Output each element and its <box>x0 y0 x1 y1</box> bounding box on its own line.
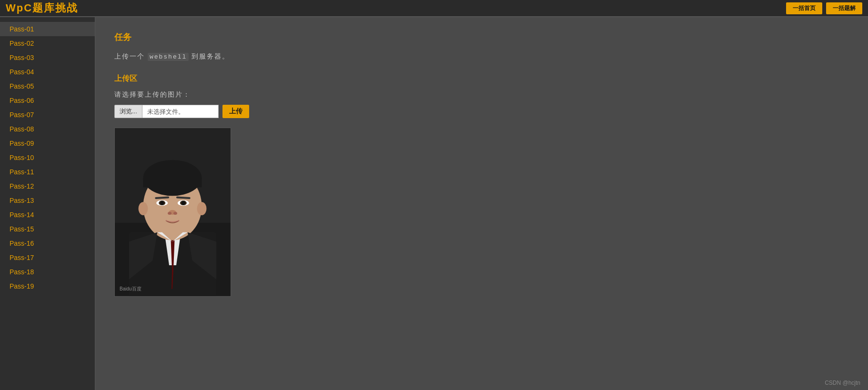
main-layout: Pass-01Pass-02Pass-03Pass-04Pass-05Pass-… <box>0 17 868 390</box>
upload-controls: 浏览... 未选择文件。 上传 <box>114 105 849 118</box>
svg-rect-9 <box>143 178 202 188</box>
task-desc-prefix: 上传一个 <box>114 52 148 60</box>
sidebar-item-pass-06[interactable]: Pass-06 <box>0 93 95 108</box>
sidebar-item-pass-07[interactable]: Pass-07 <box>0 108 95 122</box>
sidebar-item-pass-12[interactable]: Pass-12 <box>0 179 95 193</box>
task-code: webshell <box>148 53 189 61</box>
sidebar-item-pass-11[interactable]: Pass-11 <box>0 165 95 179</box>
sidebar-item-pass-01[interactable]: Pass-01 <box>0 22 95 36</box>
sidebar-item-pass-17[interactable]: Pass-17 <box>0 250 95 265</box>
svg-point-8 <box>143 160 202 196</box>
upload-section-title: 上传区 <box>114 74 849 84</box>
sidebar-item-pass-15[interactable]: Pass-15 <box>0 222 95 236</box>
header-logo: WpC题库挑战 <box>6 1 78 15</box>
sidebar-item-pass-19[interactable]: Pass-19 <box>0 279 95 293</box>
header-buttons: 一括首页 一括题解 <box>786 2 862 14</box>
file-name-display: 未选择文件。 <box>142 105 219 118</box>
portrait-svg <box>115 128 231 296</box>
sidebar-item-pass-18[interactable]: Pass-18 <box>0 265 95 279</box>
svg-point-16 <box>160 201 164 205</box>
sidebar-item-pass-04[interactable]: Pass-04 <box>0 65 95 79</box>
sidebar-item-pass-10[interactable]: Pass-10 <box>0 150 95 165</box>
main-content: 任务 上传一个 webshell 到服务器。 上传区 请选择要上传的图片： 浏览… <box>95 17 868 390</box>
browse-button[interactable]: 浏览... <box>114 105 142 118</box>
footer-credit: CSDN @hcjtn <box>825 380 860 386</box>
sidebar-item-pass-09[interactable]: Pass-09 <box>0 136 95 150</box>
sidebar-item-pass-02[interactable]: Pass-02 <box>0 36 95 50</box>
sidebar-item-pass-13[interactable]: Pass-13 <box>0 193 95 208</box>
upload-button[interactable]: 上传 <box>222 105 249 118</box>
svg-point-19 <box>168 212 172 215</box>
sidebar-item-pass-03[interactable]: Pass-03 <box>0 50 95 65</box>
sidebar-item-pass-08[interactable]: Pass-08 <box>0 122 95 136</box>
image-watermark: Baidu百度 <box>120 286 141 292</box>
image-preview: Baidu百度 <box>114 128 231 297</box>
sidebar: Pass-01Pass-02Pass-03Pass-04Pass-05Pass-… <box>0 17 95 390</box>
task-title: 任务 <box>114 31 849 43</box>
home-button[interactable]: 一括首页 <box>786 2 822 14</box>
upload-label: 请选择要上传的图片： <box>114 90 849 99</box>
solution-button[interactable]: 一括题解 <box>826 2 862 14</box>
svg-point-21 <box>139 202 148 216</box>
task-desc-suffix: 到服务器。 <box>189 52 230 60</box>
svg-point-20 <box>173 212 177 215</box>
sidebar-item-pass-14[interactable]: Pass-14 <box>0 208 95 222</box>
header: WpC题库挑战 一括首页 一括题解 <box>0 0 868 17</box>
svg-point-17 <box>182 201 185 205</box>
sidebar-item-pass-16[interactable]: Pass-16 <box>0 236 95 250</box>
file-input-wrapper: 浏览... 未选择文件。 <box>114 105 219 118</box>
sidebar-item-pass-05[interactable]: Pass-05 <box>0 79 95 93</box>
task-description: 上传一个 webshell 到服务器。 <box>114 50 849 62</box>
svg-point-22 <box>197 202 207 216</box>
